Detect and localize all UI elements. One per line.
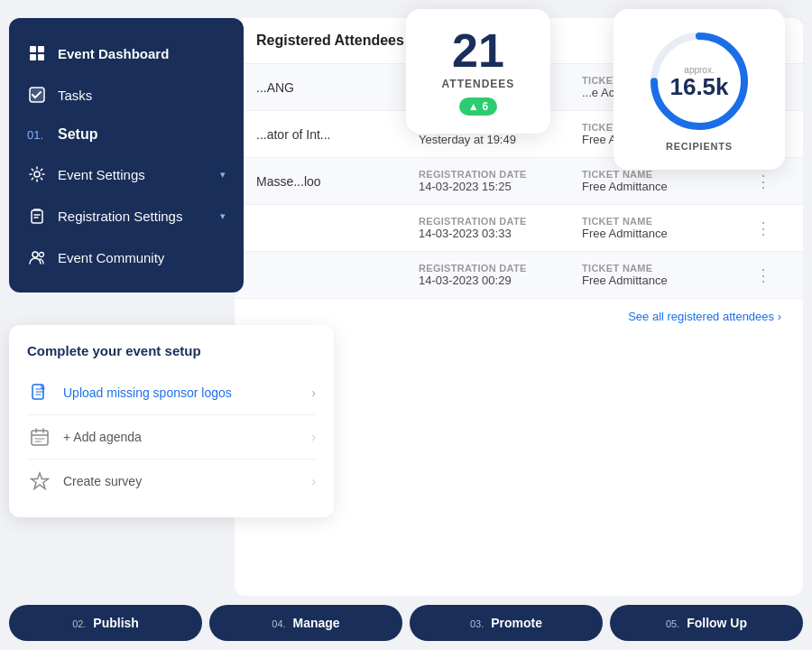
svg-point-8	[40, 253, 44, 257]
setup-card: Complete your event setup Upload missing…	[9, 325, 334, 517]
settings-icon	[27, 164, 47, 184]
setup-item-add-agenda[interactable]: + Add agenda ›	[27, 415, 316, 460]
reg-value: 14-03-2023 15:25	[419, 180, 582, 193]
reg-label: Registration Date	[419, 263, 582, 274]
recipients-circle: approx. 16.5k	[645, 27, 753, 135]
attendees-count: 21	[420, 27, 536, 74]
bottom-nav-manage[interactable]: 04. Manage	[209, 605, 402, 641]
step-label: Publish	[93, 616, 139, 630]
reg-value: Yesterday at 19:49	[419, 133, 582, 146]
reg-label: Registration Date	[419, 216, 582, 227]
step-label: Manage	[293, 616, 340, 630]
step-num: 03.	[470, 618, 484, 629]
attendee-name: ...ANG	[256, 80, 419, 95]
chevron-right-icon: ›	[311, 430, 316, 444]
svg-rect-3	[38, 54, 44, 60]
row-menu-button[interactable]: ⋮	[745, 218, 781, 238]
bottom-nav: 02. Publish 04. Manage 03. Promote 05. F…	[9, 605, 803, 641]
step-label: Follow Up	[687, 616, 747, 630]
create-survey-label: Create survey	[63, 474, 300, 488]
bottom-nav-promote[interactable]: 03. Promote	[410, 605, 603, 641]
users-icon	[27, 247, 47, 267]
table-row: Registration Date 14-03-2023 00:29 Ticke…	[235, 252, 803, 299]
sidebar-item-label: Setup	[58, 126, 97, 143]
up-icon: ▲	[468, 100, 479, 113]
ticket-label: Ticket Name	[582, 263, 745, 274]
svg-marker-13	[32, 473, 49, 489]
svg-rect-2	[30, 54, 36, 60]
recipients-count: 16.5k	[669, 73, 728, 100]
sidebar-item-tasks[interactable]: Tasks	[9, 74, 244, 116]
circle-inner: approx. 16.5k	[669, 65, 728, 98]
step-label: Promote	[491, 616, 542, 630]
sidebar-item-label: Event Dashboard	[58, 46, 169, 61]
recipients-stat-card: approx. 16.5k RECIPIENTS	[614, 9, 785, 170]
sidebar-item-label: Registration Settings	[58, 209, 182, 224]
row-menu-button[interactable]: ⋮	[745, 172, 781, 191]
attendees-badge: ▲ 6	[459, 98, 498, 116]
recipients-label: RECIPIENTS	[628, 141, 770, 152]
badge-value: 6	[483, 100, 489, 113]
attendees-stat-card: 21 ATTENDEES ▲ 6	[406, 9, 550, 134]
chevron-right-icon: ›	[311, 474, 316, 488]
bottom-nav-publish[interactable]: 02. Publish	[9, 605, 202, 641]
attendee-name: Masse...loo	[256, 174, 419, 189]
reg-value: 14-03-2023 03:33	[419, 227, 582, 240]
add-agenda-label: + Add agenda	[63, 430, 300, 444]
reg-label: Registration Date	[419, 169, 582, 180]
clipboard-icon	[27, 206, 47, 226]
calendar-icon	[27, 424, 52, 450]
attendee-name: ...ator of Int...	[256, 127, 419, 142]
reg-value: 14-03-2023 00:29	[419, 274, 582, 287]
sponsor-logos-label: Upload missing sponsor logos	[63, 385, 300, 400]
ticket-value: Free Admittance	[582, 227, 745, 240]
row-menu-button[interactable]: ⋮	[745, 265, 781, 285]
ticket-label: Ticket Name	[582, 169, 745, 180]
setup-title: Complete your event setup	[27, 343, 316, 358]
sidebar-item-label: Event Settings	[58, 167, 145, 182]
step-num: 02.	[72, 618, 86, 629]
setup-item-create-survey[interactable]: Create survey ›	[27, 460, 316, 503]
setup-item-sponsor-logos[interactable]: Upload missing sponsor logos ›	[27, 371, 316, 415]
svg-point-5	[34, 172, 40, 177]
chevron-right-icon: ›	[311, 385, 316, 400]
star-icon	[27, 469, 52, 494]
attendees-label: ATTENDEES	[420, 78, 536, 90]
bottom-nav-follow-up[interactable]: 05. Follow Up	[610, 605, 803, 641]
sidebar-item-event-settings[interactable]: Event Settings ▾	[9, 153, 244, 195]
ticket-value: Free Admittance	[582, 274, 745, 287]
step-num: 05.	[666, 618, 679, 629]
document-icon	[27, 380, 52, 405]
grid-icon	[27, 43, 47, 63]
sidebar: Event Dashboard Tasks 01. Setup Event Se…	[9, 18, 244, 292]
sidebar-item-dashboard[interactable]: Event Dashboard	[9, 32, 244, 74]
svg-rect-6	[32, 210, 42, 223]
chevron-down-icon: ▾	[220, 210, 226, 222]
check-icon	[27, 85, 47, 105]
ticket-label: Ticket Name	[582, 216, 745, 227]
chevron-down-icon: ▾	[220, 169, 226, 181]
table-row: Registration Date 14-03-2023 03:33 Ticke…	[235, 205, 803, 252]
svg-point-7	[32, 252, 38, 257]
ticket-value: Free Admittance	[582, 180, 745, 193]
setup-num: 01.	[27, 128, 47, 142]
svg-rect-0	[30, 46, 36, 52]
sidebar-item-label: Tasks	[58, 88, 92, 103]
sidebar-item-event-community[interactable]: Event Community	[9, 237, 244, 278]
sidebar-item-label: Event Community	[58, 250, 164, 265]
step-num: 04.	[272, 618, 285, 629]
sidebar-item-setup[interactable]: 01. Setup	[9, 116, 244, 153]
sidebar-item-registration-settings[interactable]: Registration Settings ▾	[9, 195, 244, 237]
svg-rect-12	[32, 431, 48, 445]
svg-rect-1	[38, 46, 44, 52]
